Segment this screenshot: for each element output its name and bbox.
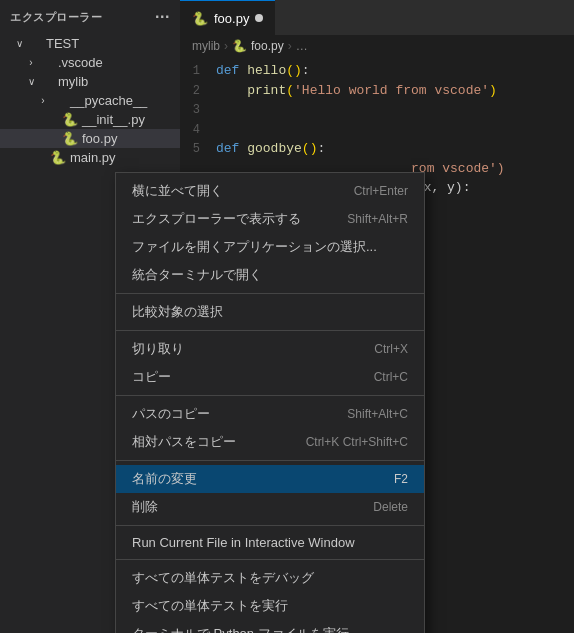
code-line-3: 3: [180, 100, 574, 120]
menu-shortcut: Shift+Alt+R: [347, 212, 408, 226]
menu-item-reveal-explorer[interactable]: エクスプローラーで表示する Shift+Alt+R: [116, 205, 424, 233]
chevron-down-icon: ∨: [12, 38, 26, 49]
menu-item-copy-path[interactable]: パスのコピー Shift+Alt+C: [116, 400, 424, 428]
menu-item-rename[interactable]: 名前の変更 F2: [116, 465, 424, 493]
sidebar-item-foo[interactable]: › 🐍 foo.py: [0, 129, 180, 148]
python-file-icon: 🐍: [192, 11, 208, 26]
code-line-1: 1 def hello():: [180, 61, 574, 81]
modified-dot: [255, 14, 263, 22]
sidebar-item-main[interactable]: › 🐍 main.py: [0, 148, 180, 167]
tab-bar: 🐍 foo.py: [180, 0, 574, 35]
sidebar-item-label: .vscode: [58, 55, 103, 70]
menu-shortcut: Ctrl+C: [374, 370, 408, 384]
sidebar-item-pycache[interactable]: › __pycache__: [0, 91, 180, 110]
code-content: [216, 120, 224, 140]
menu-label: Run Current File in Interactive Window: [132, 535, 355, 550]
menu-shortcut: Shift+Alt+C: [347, 407, 408, 421]
menu-label: すべての単体テストを実行: [132, 597, 288, 615]
code-line-4: 4: [180, 120, 574, 140]
sidebar-item-label: mylib: [58, 74, 88, 89]
menu-shortcut: F2: [394, 472, 408, 486]
menu-item-copy-relpath[interactable]: 相対パスをコピー Ctrl+K Ctrl+Shift+C: [116, 428, 424, 456]
menu-item-cut[interactable]: 切り取り Ctrl+X: [116, 335, 424, 363]
breadcrumb-foopy[interactable]: foo.py: [251, 39, 284, 53]
sidebar-item-label: foo.py: [82, 131, 117, 146]
sidebar-item-test[interactable]: ∨ TEST: [0, 34, 180, 53]
code-content: def hello():: [216, 61, 310, 81]
breadcrumb-ellipsis: …: [296, 39, 308, 53]
menu-label: エクスプローラーで表示する: [132, 210, 301, 228]
menu-item-debug-unit[interactable]: すべての単体テストをデバッグ: [116, 564, 424, 592]
menu-item-copy[interactable]: コピー Ctrl+C: [116, 363, 424, 391]
active-tab[interactable]: 🐍 foo.py: [180, 0, 275, 35]
menu-item-compare[interactable]: 比較対象の選択: [116, 298, 424, 326]
sidebar-item-label: __pycache__: [70, 93, 147, 108]
menu-label: ファイルを開くアプリケーションの選択...: [132, 238, 377, 256]
sidebar-item-vscode[interactable]: › .vscode: [0, 53, 180, 72]
menu-separator: [116, 559, 424, 560]
code-content: def goodbye():: [216, 139, 325, 159]
chevron-right-icon: ›: [24, 57, 38, 68]
menu-shortcut: Delete: [373, 500, 408, 514]
menu-item-delete[interactable]: 削除 Delete: [116, 493, 424, 521]
menu-label: 名前の変更: [132, 470, 197, 488]
menu-separator: [116, 330, 424, 331]
more-icon[interactable]: ···: [155, 8, 170, 26]
python-file-icon: 🐍: [62, 112, 78, 127]
menu-separator: [116, 395, 424, 396]
python-file-icon: 🐍: [62, 131, 78, 146]
menu-item-run-unit[interactable]: すべての単体テストを実行: [116, 592, 424, 620]
menu-separator: [116, 525, 424, 526]
menu-shortcut: Ctrl+X: [374, 342, 408, 356]
line-number: 4: [180, 121, 216, 139]
menu-label: コピー: [132, 368, 171, 386]
menu-item-open-with[interactable]: ファイルを開くアプリケーションの選択...: [116, 233, 424, 261]
sidebar-header: エクスプローラー ···: [0, 0, 180, 34]
sidebar-item-mylib[interactable]: ∨ mylib: [0, 72, 180, 91]
menu-shortcut: Ctrl+Enter: [354, 184, 408, 198]
sidebar-item-init[interactable]: › 🐍 __init__.py: [0, 110, 180, 129]
line-number: 3: [180, 101, 216, 119]
menu-label: パスのコピー: [132, 405, 210, 423]
chevron-right-icon: ›: [36, 95, 50, 106]
sidebar-item-label: main.py: [70, 150, 116, 165]
menu-label: 削除: [132, 498, 158, 516]
code-line-2: 2 print('Hello world from vscode'): [180, 81, 574, 101]
context-menu: 横に並べて開く Ctrl+Enter エクスプローラーで表示する Shift+A…: [115, 172, 425, 633]
menu-label: ターミナルで Python ファイルを実行: [132, 625, 349, 633]
breadcrumb-sep: ›: [224, 39, 228, 53]
menu-label: 統合ターミナルで開く: [132, 266, 262, 284]
code-content: [216, 100, 224, 120]
menu-item-run-interactive[interactable]: Run Current File in Interactive Window: [116, 530, 424, 555]
menu-label: 比較対象の選択: [132, 303, 223, 321]
sidebar-item-label: __init__.py: [82, 112, 145, 127]
line-number: 5: [180, 140, 216, 158]
breadcrumb-mylib[interactable]: mylib: [192, 39, 220, 53]
chevron-down-icon: ∨: [24, 76, 38, 87]
menu-item-run-python[interactable]: ターミナルで Python ファイルを実行: [116, 620, 424, 633]
sidebar-item-label: TEST: [46, 36, 79, 51]
menu-label: 相対パスをコピー: [132, 433, 236, 451]
menu-label: 切り取り: [132, 340, 184, 358]
code-line-5: 5 def goodbye():: [180, 139, 574, 159]
menu-separator: [116, 460, 424, 461]
line-number: 2: [180, 82, 216, 100]
menu-item-open-terminal[interactable]: 統合ターミナルで開く: [116, 261, 424, 289]
menu-shortcut: Ctrl+K Ctrl+Shift+C: [306, 435, 408, 449]
line-number: 1: [180, 62, 216, 80]
menu-label: 横に並べて開く: [132, 182, 223, 200]
tab-filename: foo.py: [214, 11, 249, 26]
menu-label: すべての単体テストをデバッグ: [132, 569, 314, 587]
menu-separator: [116, 293, 424, 294]
breadcrumb-sep2: ›: [288, 39, 292, 53]
menu-item-side-by-side[interactable]: 横に並べて開く Ctrl+Enter: [116, 177, 424, 205]
sidebar-title: エクスプローラー: [10, 10, 102, 25]
breadcrumb: mylib › 🐍 foo.py › …: [180, 35, 574, 57]
python-file-icon: 🐍: [50, 150, 66, 165]
code-content: print('Hello world from vscode'): [216, 81, 497, 101]
breadcrumb-foopy-icon: 🐍: [232, 39, 247, 53]
